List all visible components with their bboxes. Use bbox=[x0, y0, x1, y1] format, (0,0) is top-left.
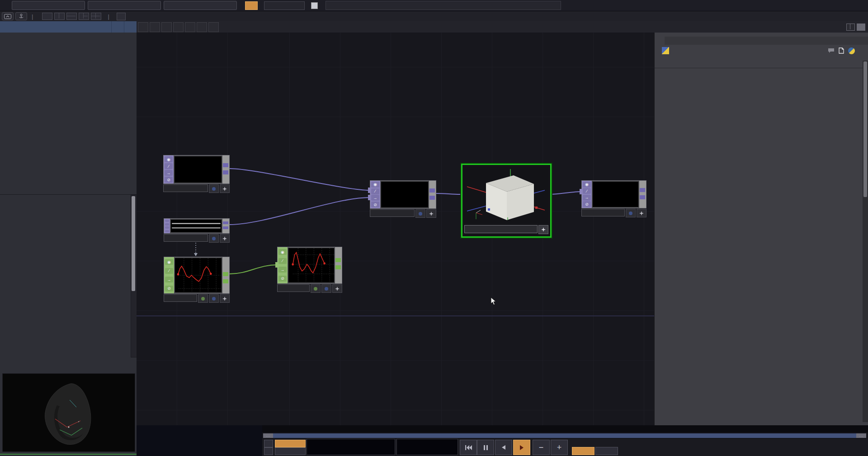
node-name[interactable] bbox=[163, 184, 208, 192]
viewer-flag-icon[interactable]: ◉ bbox=[165, 156, 173, 162]
node-star-button[interactable] bbox=[426, 209, 436, 218]
node-bypass-dot[interactable] bbox=[209, 294, 219, 303]
input-connector[interactable] bbox=[368, 195, 371, 200]
step-increment-button[interactable]: + bbox=[551, 440, 568, 455]
node-star-button[interactable] bbox=[220, 294, 230, 303]
pause-button[interactable] bbox=[477, 440, 494, 455]
export-flag-icon[interactable] bbox=[165, 226, 169, 229]
node-star-button[interactable] bbox=[637, 209, 646, 217]
loop-button[interactable] bbox=[572, 447, 594, 455]
output-connector[interactable] bbox=[335, 258, 341, 262]
viewer-flag-icon[interactable]: ◉ bbox=[371, 182, 379, 188]
lock-flag-icon[interactable]: ⊘ bbox=[583, 201, 591, 207]
back-button[interactable] bbox=[161, 22, 172, 32]
timecode-slash-button[interactable] bbox=[264, 440, 273, 447]
lock-flag-icon[interactable]: ⊘ bbox=[165, 286, 173, 291]
node-star-button[interactable] bbox=[220, 234, 230, 243]
step-decrement-button[interactable]: − bbox=[533, 440, 550, 455]
output-connector[interactable] bbox=[640, 188, 645, 192]
render-flag-icon[interactable]: ∕ bbox=[583, 188, 591, 194]
export-flag-icon[interactable]: → bbox=[165, 170, 173, 176]
node-name[interactable] bbox=[581, 209, 625, 216]
output-connector[interactable] bbox=[223, 170, 228, 174]
bookmark-star-button[interactable] bbox=[197, 22, 207, 32]
viewer-flag-icon[interactable]: ◉ bbox=[583, 182, 591, 188]
node-null1[interactable]: ◉ ∕ → ⊘ bbox=[277, 247, 342, 292]
node-geo1-selected[interactable] bbox=[461, 164, 552, 238]
palette-scrollbar-thumb[interactable] bbox=[132, 196, 135, 291]
python-help-icon[interactable] bbox=[662, 47, 669, 54]
palette-help-button[interactable] bbox=[111, 21, 124, 33]
tab-beats[interactable] bbox=[275, 447, 306, 455]
output-connector[interactable] bbox=[335, 265, 341, 269]
range-handle-right[interactable]: ... bbox=[856, 433, 866, 438]
node-name[interactable] bbox=[370, 209, 415, 217]
timecode-i-button[interactable] bbox=[264, 447, 273, 455]
range-handle-left[interactable]: ... bbox=[263, 433, 273, 438]
once-button[interactable] bbox=[595, 447, 618, 455]
parameter-scrollbar-thumb[interactable] bbox=[863, 61, 867, 197]
lock-flag-icon[interactable] bbox=[165, 230, 169, 232]
node-name[interactable] bbox=[164, 234, 208, 242]
play-button[interactable] bbox=[513, 440, 530, 455]
forward-button[interactable] bbox=[173, 22, 184, 32]
pane-layout-hsplit[interactable] bbox=[66, 13, 77, 20]
pane-maximize-icon[interactable] bbox=[857, 24, 865, 31]
page-flip-icon[interactable] bbox=[838, 47, 844, 54]
node-star-button[interactable] bbox=[220, 184, 230, 193]
stop-button[interactable] bbox=[150, 22, 160, 32]
node-name[interactable] bbox=[277, 284, 310, 292]
tab-timecode[interactable] bbox=[275, 440, 306, 447]
lock-flag-icon[interactable]: ⊘ bbox=[165, 177, 173, 183]
node-bypass-dot[interactable] bbox=[626, 209, 636, 217]
realtime-checkbox[interactable] bbox=[311, 2, 318, 9]
pane-layout-vsplit[interactable] bbox=[54, 13, 65, 20]
node-out1[interactable]: ◉ ∕ → ⊘ bbox=[581, 180, 646, 216]
chat-bubble-icon[interactable] bbox=[828, 48, 835, 53]
output-connector[interactable] bbox=[429, 188, 435, 193]
export-flag-icon[interactable]: → bbox=[583, 195, 591, 201]
render-flag-icon[interactable]: ∕ bbox=[371, 188, 379, 194]
jump-to-start-button[interactable] bbox=[460, 440, 477, 455]
viewer-flag-icon[interactable]: ◉ bbox=[278, 249, 287, 255]
network-editor[interactable]: ◉ ∕ → ⊘ bbox=[137, 33, 654, 425]
tutorials-button[interactable] bbox=[164, 1, 237, 10]
export-flag-icon[interactable]: → bbox=[371, 195, 379, 201]
home-button[interactable] bbox=[208, 22, 219, 32]
output-connector[interactable] bbox=[223, 279, 228, 283]
node-bypass-dot[interactable] bbox=[209, 234, 219, 243]
parameter-scrollbar[interactable] bbox=[863, 61, 868, 422]
pane-dropdown-button[interactable] bbox=[138, 22, 148, 32]
oi-toggle[interactable] bbox=[245, 1, 258, 10]
input-connector[interactable] bbox=[368, 188, 371, 193]
node-noise1[interactable]: ◉ ∕ → ⊘ bbox=[164, 257, 230, 302]
viewer-flag-icon[interactable]: ◉ bbox=[165, 259, 173, 265]
palette-scrollbar[interactable] bbox=[131, 195, 137, 357]
forum-button[interactable] bbox=[88, 1, 161, 10]
pane-split-icon[interactable] bbox=[846, 24, 855, 31]
palette-close-button[interactable] bbox=[124, 21, 137, 33]
pane-layout-three[interactable] bbox=[79, 13, 89, 20]
output-connector[interactable] bbox=[223, 226, 228, 229]
new-layout-add-button[interactable] bbox=[117, 13, 126, 20]
pane-layout-quad[interactable] bbox=[91, 13, 101, 20]
fps-display[interactable] bbox=[264, 1, 305, 10]
operator-name-field[interactable] bbox=[665, 37, 868, 45]
input-connector[interactable] bbox=[580, 189, 582, 194]
lock-flag-icon[interactable]: ⊘ bbox=[278, 276, 287, 282]
node-chopto1[interactable] bbox=[164, 218, 230, 242]
render-flag-icon[interactable] bbox=[165, 223, 169, 226]
export-flag-icon[interactable]: → bbox=[165, 277, 173, 282]
viewer-flag-icon[interactable] bbox=[165, 220, 169, 222]
node-star-button[interactable] bbox=[538, 225, 548, 234]
output-connector[interactable] bbox=[223, 221, 228, 224]
input-connector[interactable] bbox=[275, 262, 278, 268]
render-flag-icon[interactable]: ∕ bbox=[165, 163, 173, 169]
node-bypass-dot[interactable] bbox=[321, 284, 331, 293]
node-name[interactable] bbox=[464, 225, 538, 233]
timeline-ruler[interactable] bbox=[262, 425, 868, 433]
node-viewer-dot[interactable] bbox=[198, 294, 208, 303]
output-connector[interactable] bbox=[640, 195, 645, 199]
save-layout-button[interactable] bbox=[15, 12, 27, 20]
node-bypass-dot[interactable] bbox=[415, 209, 425, 218]
